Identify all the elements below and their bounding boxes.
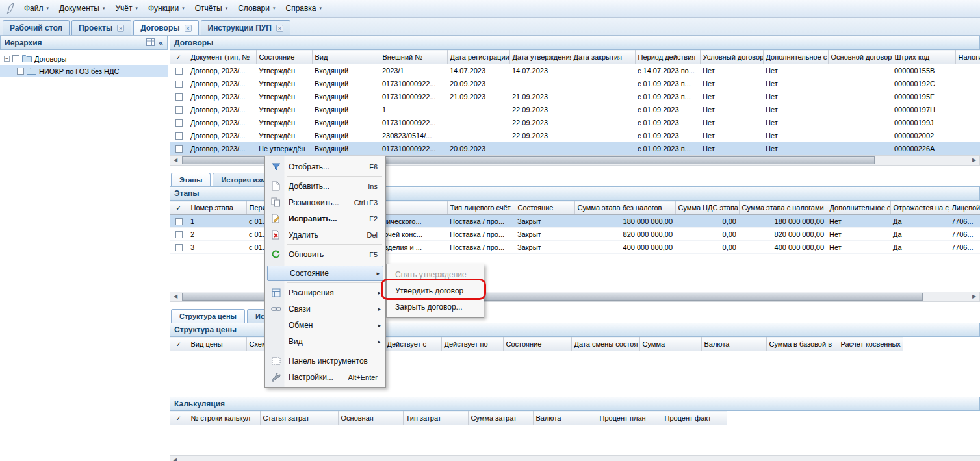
column-header[interactable]: Период действия (635, 51, 700, 64)
column-header[interactable]: Вид (312, 51, 380, 64)
column-header[interactable]: Состояние (503, 338, 571, 351)
column-header[interactable]: Дата закрытия (571, 51, 635, 64)
select-all-header[interactable]: ✓ (170, 201, 188, 215)
collapse-panel-icon[interactable]: « (159, 40, 163, 46)
column-header[interactable]: Действует с (384, 338, 441, 351)
tab-stages[interactable]: Этапы (171, 173, 211, 186)
column-header[interactable]: Дата смены состоя (571, 338, 639, 351)
table-row[interactable]: Договор, 2023/...УтверждёнВходящий017310… (170, 77, 980, 90)
close-icon[interactable]: × (117, 25, 124, 32)
row-checkbox[interactable] (175, 119, 183, 127)
menu-item-close-contract[interactable]: Закрыть договор... (388, 299, 482, 315)
menubar-item-accounting[interactable]: Учёт▾ (110, 1, 143, 16)
menu-item-toolbar-panel[interactable]: Панель инструментов (266, 353, 384, 369)
table-row[interactable]: Договор, 2023/...УтверждёнВходящий230823… (170, 129, 980, 142)
window-tab-desktop[interactable]: Рабочий стол (3, 20, 70, 35)
menu-item-approve-contract[interactable]: Утвердить договор (388, 282, 482, 299)
column-header[interactable]: Основная (338, 412, 403, 425)
menu-item-duplicate[interactable]: Размножить... Ctrl+F3 (266, 194, 384, 210)
column-header[interactable]: Налоги (955, 51, 980, 64)
table-row[interactable]: Договор, 2023/...УтверждёнВходящий2023/1… (170, 64, 980, 77)
menu-item-links[interactable]: Связи ▸ (266, 301, 384, 317)
tab-price-structure[interactable]: Структура цены (171, 309, 245, 323)
column-header[interactable]: № строки калькул (188, 412, 260, 425)
menu-item-view[interactable]: Вид ▸ (266, 333, 384, 349)
tree-collapse-icon[interactable]: − (4, 56, 10, 62)
scroll-left-icon[interactable]: ◀ (170, 156, 181, 165)
row-checkbox[interactable] (175, 93, 183, 101)
table-row[interactable]: Договор, 2023/...УтверждёнВходящий017310… (170, 90, 980, 103)
column-header[interactable]: Внешний № (380, 51, 447, 64)
column-header[interactable]: Дополнительное с (827, 201, 890, 215)
menubar-item-help[interactable]: Справка▾ (280, 1, 327, 16)
tree-checkbox[interactable] (12, 55, 19, 62)
calc-hscrollbar[interactable]: ◀ (170, 455, 980, 461)
grid-view-icon[interactable] (146, 38, 155, 48)
tree-node-contracts[interactable]: − Договоры (0, 53, 168, 65)
tree-checkbox[interactable] (17, 68, 24, 75)
menu-item-delete[interactable]: Удалить Del (266, 227, 384, 243)
column-header[interactable]: Отражается на су (890, 201, 949, 215)
menubar-item-documents[interactable]: Документы▾ (54, 1, 110, 16)
column-header[interactable]: Лицевой счёт (949, 201, 980, 215)
select-all-header[interactable]: ✓ (170, 338, 188, 351)
column-header[interactable]: Состояние (515, 201, 574, 215)
column-header[interactable]: Тип лицевого счёт (447, 201, 515, 215)
menu-item-extensions[interactable]: Расширения ▸ (266, 284, 384, 301)
column-header[interactable]: Статья затрат (260, 412, 338, 425)
column-header[interactable]: Номер этапа (188, 201, 246, 215)
column-header[interactable]: Расчёт косвенных (838, 338, 903, 351)
column-header[interactable]: Процент факт (662, 412, 727, 425)
menu-item-filter[interactable]: Отобрать... F6 (266, 158, 384, 175)
column-header[interactable]: Сумма этапа с налогами (739, 201, 827, 215)
column-header[interactable]: Тип затрат (403, 412, 468, 425)
column-header[interactable]: Состояние (256, 51, 312, 64)
column-header[interactable]: Валюта (701, 338, 766, 351)
column-header[interactable]: Сумма этапа без налогов (574, 201, 675, 215)
column-header[interactable]: Штрих-код (892, 51, 955, 64)
column-header[interactable]: Дополнительное с (763, 51, 828, 64)
menu-item-settings[interactable]: Настройки... Alt+Enter (266, 369, 384, 385)
scroll-left-icon[interactable]: ◀ (170, 456, 180, 461)
row-checkbox[interactable] (175, 218, 183, 225)
column-header[interactable]: Вид цены (188, 338, 246, 351)
menu-item-edit[interactable]: Исправить... F2 (266, 210, 384, 227)
menubar-item-functions[interactable]: Функции▾ (143, 1, 190, 16)
row-checkbox[interactable] (175, 145, 183, 153)
table-row[interactable]: Договор, 2023/...Не утверждёнВходящий017… (170, 142, 980, 155)
column-header[interactable]: Валюта (533, 412, 597, 425)
menubar-item-dictionaries[interactable]: Словари▾ (233, 1, 280, 16)
row-checkbox[interactable] (175, 244, 183, 251)
column-header[interactable]: Документ (тип, № (188, 51, 256, 64)
scroll-left-icon[interactable]: ◀ (170, 292, 181, 301)
column-header[interactable]: Сумма НДС этапа (675, 201, 739, 215)
tree-node-niokr[interactable]: НИОКР по ГОЗ без НДС (0, 65, 168, 77)
table-row[interactable]: Договор, 2023/...УтверждёнВходящий122.09… (170, 103, 980, 116)
select-all-header[interactable]: ✓ (170, 51, 188, 64)
menubar-item-file[interactable]: Файл▾ (19, 1, 54, 16)
column-header[interactable]: Сумма затрат (468, 412, 533, 425)
menu-item-exchange[interactable]: Обмен ▸ (266, 317, 384, 333)
window-tab-contracts[interactable]: Договоры× (133, 20, 198, 35)
column-header[interactable]: Процент план (597, 412, 662, 425)
column-header[interactable]: Сумма в базовой в (766, 338, 838, 351)
column-header[interactable]: Действует по (441, 338, 503, 351)
table-row[interactable]: Договор, 2023/...УтверждёнВходящий017310… (170, 116, 980, 129)
menu-item-refresh[interactable]: Обновить F5 (266, 246, 384, 262)
menubar-item-reports[interactable]: Отчёты▾ (190, 1, 233, 16)
column-header[interactable]: Основной договор (828, 51, 892, 64)
scroll-right-icon[interactable]: ▶ (969, 156, 979, 165)
column-header[interactable]: Дата регистрации (447, 51, 509, 64)
row-checkbox[interactable] (175, 106, 183, 114)
window-tab-pup-instructions[interactable]: Инструкции ПУП× (201, 20, 290, 35)
row-checkbox[interactable] (175, 132, 183, 140)
scroll-right-icon[interactable]: ▶ (969, 292, 979, 301)
column-header[interactable]: Сумма (639, 338, 701, 351)
row-checkbox[interactable] (175, 231, 183, 238)
menu-item-state[interactable]: Состояние ▸ (267, 266, 383, 281)
row-checkbox[interactable] (175, 81, 183, 88)
column-header[interactable]: Условный договор (700, 51, 763, 64)
close-icon[interactable]: × (185, 25, 192, 32)
row-checkbox[interactable] (175, 68, 183, 75)
window-tab-projects[interactable]: Проекты× (71, 20, 131, 35)
